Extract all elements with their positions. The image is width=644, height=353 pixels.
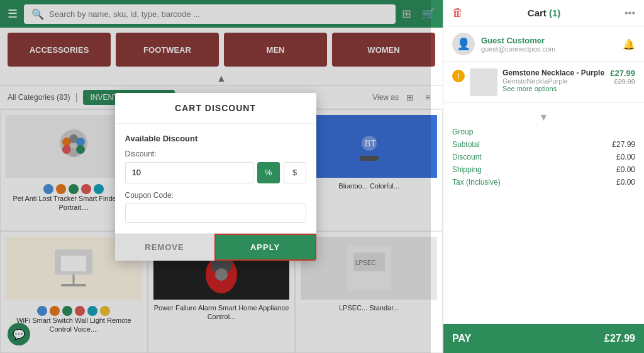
cart-title: Cart (1)	[528, 8, 561, 18]
modal-header: CART DISCOUNT	[115, 93, 316, 124]
modal-overlay: CART DISCOUNT Available Discount Discoun…	[0, 0, 431, 353]
tax-value: £0.00	[616, 178, 635, 187]
pay-amount: £27.99	[604, 333, 635, 344]
dollar-button[interactable]: $	[284, 162, 306, 183]
cart-badge: (1)	[549, 8, 560, 18]
remove-button[interactable]: REMOVE	[115, 234, 214, 261]
item-details: Gemstone Necklace - Purple GemstoNecklaP…	[502, 68, 605, 92]
cart-panel: 🗑 Cart (1) ••• 👤 Guest Customer guest@co…	[443, 0, 644, 353]
item-original-price: £29.99	[610, 78, 635, 85]
cart-item: ! Gemstone Necklace - Purple GemstoNeckl…	[443, 62, 644, 103]
item-price: £27.99 £29.99	[610, 68, 635, 85]
modal-body: Available Discount Discount: % $ Coupon …	[115, 124, 316, 233]
shipping-label[interactable]: Shipping	[452, 165, 482, 174]
tax-label[interactable]: Tax (Inclusive)	[452, 178, 501, 187]
subtotal-label[interactable]: Subtotal	[452, 140, 480, 149]
item-options-link[interactable]: See more options	[502, 85, 605, 92]
coupon-label: Coupon Code:	[125, 191, 306, 200]
item-warning-icon: !	[452, 70, 465, 82]
subtotal-value: £27.99	[612, 140, 635, 149]
cart-summary: ▼ Group Subtotal £27.99 Discount £0.00 S…	[443, 103, 644, 324]
summary-group-row: Group	[452, 126, 635, 138]
customer-info: Guest Customer guest@connectpos.com	[481, 36, 616, 53]
item-sku: GemstoNecklaPurple	[502, 77, 605, 85]
avatar: 👤	[452, 33, 475, 55]
item-current-price: £27.99	[610, 68, 635, 78]
notification-icon[interactable]: 🔔	[623, 38, 635, 50]
trash-icon[interactable]: 🗑	[452, 6, 464, 19]
customer-row: 👤 Guest Customer guest@connectpos.com 🔔	[443, 26, 644, 62]
item-name: Gemstone Necklace - Purple	[502, 68, 605, 77]
modal-title: CART DISCOUNT	[125, 103, 306, 113]
summary-tax-row: Tax (Inclusive) £0.00	[452, 176, 635, 188]
discount-input[interactable]	[125, 162, 253, 183]
item-image	[470, 68, 497, 96]
pay-label: PAY	[452, 333, 471, 344]
percent-button[interactable]: %	[257, 162, 280, 183]
customer-name[interactable]: Guest Customer	[481, 36, 616, 45]
more-options-icon[interactable]: •••	[625, 8, 635, 19]
scroll-down-arrow[interactable]: ▼	[452, 109, 635, 126]
discount-input-row: % $	[125, 162, 306, 183]
group-label[interactable]: Group	[452, 128, 473, 136]
cart-discount-modal: CART DISCOUNT Available Discount Discoun…	[115, 93, 316, 261]
discount-label: Discount:	[125, 149, 306, 158]
summary-shipping-row: Shipping £0.00	[452, 163, 635, 176]
summary-subtotal-row: Subtotal £27.99	[452, 138, 635, 151]
coupon-input[interactable]	[125, 204, 306, 223]
discount-summary-label[interactable]: Discount	[452, 153, 482, 161]
modal-section-title: Available Discount	[125, 134, 306, 143]
shipping-value: £0.00	[616, 165, 635, 174]
modal-footer: REMOVE APPLY	[115, 233, 316, 261]
left-panel: ☰ 🔍 ⊞ 🛒 ACCESSORIES FOOTWEAR MEN WOMEN ▲…	[0, 0, 443, 353]
discount-value: £0.00	[616, 153, 635, 161]
pay-button[interactable]: PAY £27.99	[443, 324, 644, 353]
customer-email: guest@connectpos.com	[481, 45, 616, 53]
apply-button[interactable]: APPLY	[214, 234, 316, 261]
cart-header: 🗑 Cart (1) •••	[443, 0, 644, 26]
summary-discount-row: Discount £0.00	[452, 151, 635, 163]
